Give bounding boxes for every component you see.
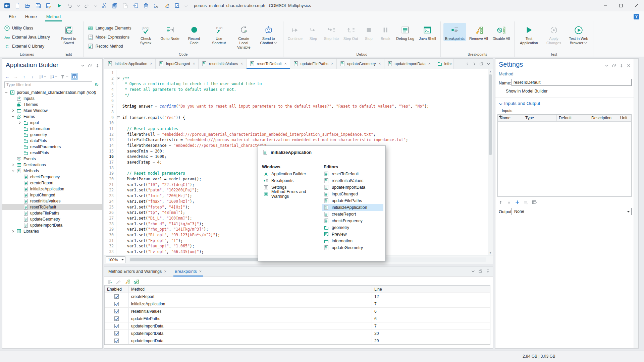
external-java-library-button[interactable]: JavaExternal Java Library [3,33,51,41]
test-application-button[interactable]: Test Application [517,23,541,45]
scrollbar-thumb[interactable] [489,74,492,155]
new-file-button[interactable] [14,2,21,9]
close-button[interactable] [629,0,644,11]
move-down-arrow[interactable]: ↓ [30,73,36,79]
chev-down-icon[interactable] [604,63,609,68]
fold-toggle-icon[interactable] [117,116,120,119]
save-button[interactable] [35,2,42,9]
language-elements-button[interactable]: ABCLanguage Elements [86,24,133,32]
pin-icon[interactable] [619,63,624,68]
scroll-tabs-right-icon[interactable] [472,62,477,66]
chevron-open-icon[interactable] [11,115,15,118]
chevron-closed-icon[interactable] [11,163,15,167]
editor-tab-inputchanged[interactable]: inputChanged× [156,59,199,69]
chevron-open-icon[interactable] [5,91,8,94]
debug-log-button[interactable]: Debug Log [394,23,416,41]
ribbon-tab-home[interactable]: Home [20,11,42,21]
chevron-closed-icon[interactable] [18,121,21,124]
close-icon[interactable]: × [331,61,333,66]
tree-item-declarations[interactable]: Declarations [2,162,102,168]
fold-toggle-icon[interactable] [117,77,120,80]
find-button[interactable] [173,2,181,9]
java-shell-button[interactable]: Java Shell [417,23,438,41]
remove-all-button[interactable]: Remove All [468,23,490,41]
chevron-open-icon[interactable] [11,169,15,173]
use-shortcut-button[interactable]: B+CUse Shortcut [207,23,231,45]
tree-item-resetinitialvalues[interactable]: resetInitialValues [2,198,102,204]
check-syntax-button[interactable]: [ABC]Check Syntax [134,23,157,45]
back-arrow[interactable]: ← [4,73,10,79]
breakpoint-row-2[interactable]: initializeApplication7 [105,300,490,308]
dropdown-caret[interactable] [94,2,98,9]
disable-all-button[interactable]: Disable All [491,23,512,41]
chev-down-icon[interactable] [80,63,85,68]
tree-item-geometry[interactable]: geometry [2,132,102,138]
popup-editor-item-initializeapplication[interactable]: initializeApplication [322,204,383,211]
edit-breakpoint-button[interactable] [116,279,121,285]
import-button[interactable] [132,2,139,9]
enabled-checkbox[interactable] [114,324,119,328]
chevron-closed-icon[interactable] [11,109,15,112]
tree-item-dataplots[interactable]: dataPlots [2,138,102,144]
tree-item-resultparameters[interactable]: resultParameters [2,144,102,150]
name-input[interactable] [512,79,632,86]
collapse-all-button[interactable] [49,74,58,79]
tree-item-inputs[interactable]: Inputs [2,96,102,102]
breakpoint-row-4[interactable]: updateFilePaths6 [105,315,490,322]
scrollbar-thumb[interactable] [130,258,271,261]
tree-item-createreport[interactable]: createReport [2,180,102,186]
tree-item-updategeometry[interactable]: updateGeometry [2,216,102,222]
ribbon-tab-file[interactable]: File [4,11,20,21]
edit-input-button[interactable] [532,199,537,205]
close-icon[interactable]: × [199,269,202,274]
popup-window-item-method-errors-and-warnings[interactable]: Method Errors and Warnings [262,191,321,197]
inputs-and-output-section[interactable]: Inputs and Output [504,101,540,106]
filter-input[interactable] [4,81,92,88]
help-button[interactable]: ? [634,14,639,19]
scroll-tabs-left-icon[interactable] [465,62,470,66]
tree-item-checkfrequency[interactable]: checkFrequency [2,174,102,180]
chevron-closed-icon[interactable] [11,230,15,233]
send-to-chatbot-button[interactable]: Send to Chatbot [257,23,280,45]
chevron-down-icon[interactable] [55,75,58,78]
scroll-up-arrow[interactable]: ▲ [488,69,493,74]
editor-tab-resettodefault[interactable]: resetToDefault× [247,59,290,69]
tree-item-themes[interactable]: Themes [2,102,102,108]
maximize-button[interactable] [613,0,629,11]
paste-button[interactable] [121,2,129,9]
clear-selection-button[interactable] [163,2,170,9]
external-c-library-button[interactable]: CExternal C Library [3,42,51,50]
editor-tab-initializeapplication[interactable]: initializeApplication× [104,59,156,69]
tree-item-forms[interactable]: Forms [2,114,102,120]
popup-editor-item-createreport[interactable]: createReport [322,211,383,218]
close-icon[interactable]: × [379,61,381,66]
move-down-button[interactable] [506,200,512,205]
tab-list-menu-icon[interactable] [486,62,491,66]
breakpoint-row-3[interactable]: resetInitialValues6 [105,308,490,315]
popup-window-item-breakpoints[interactable]: Breakpoints [262,177,321,184]
minimize-button[interactable] [598,0,613,11]
filter-button[interactable] [60,74,69,79]
menu-icon[interactable] [471,269,475,274]
run-button[interactable] [55,2,63,9]
output-dropdown[interactable]: None [512,208,632,215]
enabled-checkbox[interactable] [114,309,119,313]
model-expressions-button[interactable]: a=Model Expressions [86,33,133,41]
breakpoint-row-6[interactable]: updateImportData20 [105,330,490,337]
enabled-checkbox[interactable] [114,302,119,306]
enabled-checkbox[interactable] [114,294,119,299]
show-in-model-builder-checkbox[interactable] [499,89,503,93]
bottom-tab-method-errors-and-warnings[interactable]: Method Errors and Warnings× [104,266,171,277]
editor-tab-updategeometry[interactable]: updateGeometry× [337,59,384,69]
breakpoints-button[interactable]: Breakpoints [443,23,466,41]
breakpoint-row-7[interactable]: updateImportData29 [105,337,490,345]
tree-item-resettodefault[interactable]: resetToDefault [2,204,102,210]
popup-editor-item-updategeometry[interactable]: updateGeometry [322,244,383,251]
app-logo-button[interactable] [3,2,11,9]
popup-window-item-application-builder[interactable]: AApplication Builder [262,171,321,177]
popup-editor-item-checkfrequency[interactable]: checkFrequency [322,218,383,224]
editor-tab-infor[interactable]: infor [434,59,453,69]
tree-item-inputchanged[interactable]: inputChanged [2,192,102,198]
move-up-arrow[interactable]: ↑ [21,73,27,79]
close-icon[interactable]: × [241,61,243,66]
